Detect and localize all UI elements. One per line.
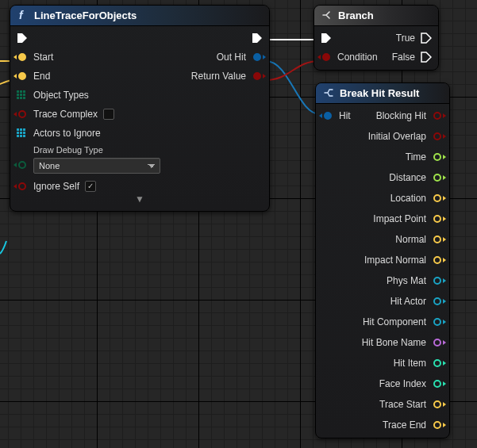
pin-label: Location	[390, 193, 426, 204]
array-pin-icon	[17, 90, 28, 100]
checkbox-unchecked[interactable]	[103, 109, 114, 120]
pin-label: Object Types	[33, 90, 89, 101]
enum-pin-icon	[17, 159, 28, 170]
pin-label: Blocking Hit	[376, 110, 426, 121]
pin-impact-point[interactable]: Impact Point	[373, 212, 443, 225]
node-title: LineTraceForObjects	[34, 10, 137, 21]
checkbox-checked[interactable]: ✓	[85, 181, 96, 192]
int-pin-icon	[432, 378, 443, 389]
array-pin-icon	[17, 128, 28, 138]
pin-label: Hit Bone Name	[362, 337, 426, 348]
pin-label: Trace End	[383, 419, 426, 431]
pin-ignore-self[interactable]: Ignore Self ✓	[17, 179, 96, 193]
pin-draw-debug-type[interactable]: Draw Debug Type None	[17, 145, 160, 174]
pin-label: Face Index	[379, 378, 426, 389]
float-pin-icon	[432, 172, 443, 183]
pin-actors-to-ignore[interactable]: Actors to Ignore	[17, 126, 101, 140]
vector-pin-icon	[432, 255, 443, 266]
pin-label: End	[33, 71, 50, 82]
node-title: Break Hit Result	[340, 87, 419, 99]
pin-label: Impact Point	[373, 213, 426, 224]
exec-out-icon	[421, 52, 432, 63]
pin-initial-overlap[interactable]: Initial Overlap	[368, 129, 443, 143]
pin-hit[interactable]: Hit	[322, 109, 351, 122]
pin-hit-bone-name[interactable]: Hit Bone Name	[362, 335, 443, 349]
pin-label: Phys Mat	[387, 275, 426, 286]
pin-label: Time	[406, 151, 426, 163]
function-icon: f	[17, 9, 29, 21]
pin-phys-mat[interactable]: Phys Mat	[387, 274, 443, 287]
pin-hit-component[interactable]: Hit Component	[363, 315, 443, 328]
node-title: Branch	[338, 10, 374, 21]
bool-pin-icon	[432, 131, 443, 142]
vector-pin-icon	[432, 193, 443, 204]
node-linetraceforobjects[interactable]: f LineTraceForObjects Start End	[10, 5, 270, 212]
pin-time[interactable]: Time	[406, 150, 443, 163]
pin-label: Initial Overlap	[368, 131, 426, 142]
pin-object-types[interactable]: Object Types	[17, 88, 89, 101]
pin-false[interactable]: False	[392, 50, 432, 63]
bool-pin-icon	[252, 71, 263, 82]
pin-location[interactable]: Location	[390, 191, 443, 205]
vector-pin-icon	[17, 52, 28, 63]
exec-in-icon	[17, 33, 28, 44]
draw-debug-type-select[interactable]: None	[33, 158, 160, 174]
branch-icon	[321, 9, 333, 21]
pin-hit-actor[interactable]: Hit Actor	[390, 294, 443, 308]
pin-trace-end[interactable]: Trace End	[383, 418, 443, 431]
node-branch[interactable]: Branch Condition True	[314, 5, 439, 71]
bool-pin-icon	[321, 52, 332, 63]
pin-label: Draw Debug Type	[33, 145, 160, 155]
vector-pin-icon	[432, 419, 443, 431]
pin-label: False	[392, 52, 415, 63]
vector-pin-icon	[432, 399, 443, 410]
pin-label: True	[396, 33, 415, 44]
pin-label: Trace Complex	[33, 109, 98, 120]
node-header[interactable]: Break Hit Result	[316, 83, 449, 104]
pin-label: Distance	[389, 172, 426, 183]
pin-label: Hit Item	[394, 358, 426, 369]
pin-label: Actors to Ignore	[33, 128, 101, 139]
pin-end[interactable]: End	[17, 69, 50, 82]
pin-true[interactable]: True	[396, 31, 432, 44]
node-header[interactable]: f LineTraceForObjects	[10, 6, 269, 26]
pin-trace-start[interactable]: Trace Start	[379, 397, 443, 411]
vector-pin-icon	[432, 234, 443, 245]
pin-label: Hit	[339, 110, 351, 121]
pin-exec-in[interactable]	[321, 31, 332, 44]
struct-pin-icon	[322, 110, 333, 121]
int-pin-icon	[432, 358, 443, 369]
pin-hit-item[interactable]: Hit Item	[394, 356, 443, 370]
pin-return-value[interactable]: Return Value	[191, 69, 263, 82]
pin-blocking-hit[interactable]: Blocking Hit	[376, 109, 443, 122]
exec-out-icon	[421, 33, 432, 44]
pin-label: Return Value	[191, 71, 246, 82]
pin-label: Out Hit	[217, 52, 246, 63]
pin-label: Trace Start	[379, 399, 426, 410]
float-pin-icon	[432, 151, 443, 163]
pin-label: Ignore Self	[33, 181, 79, 192]
pin-impact-normal[interactable]: Impact Normal	[364, 253, 443, 266]
pin-label: Hit Actor	[390, 296, 426, 307]
bool-pin-icon	[432, 110, 443, 121]
pin-label: Start	[33, 52, 53, 63]
pin-exec-out[interactable]	[252, 31, 263, 44]
pin-face-index[interactable]: Face Index	[379, 377, 443, 390]
vector-pin-icon	[432, 213, 443, 224]
pin-label: Hit Component	[363, 316, 426, 327]
name-pin-icon	[432, 337, 443, 348]
node-break-hit-result[interactable]: Break Hit Result Hit Blocking Hit Initia…	[315, 82, 450, 438]
pin-exec-in[interactable]	[17, 31, 28, 44]
pin-trace-complex[interactable]: Trace Complex	[17, 107, 114, 121]
object-pin-icon	[432, 316, 443, 327]
pin-distance[interactable]: Distance	[389, 170, 443, 184]
pin-start[interactable]: Start	[17, 50, 53, 63]
exec-in-icon	[321, 33, 332, 44]
pin-normal[interactable]: Normal	[395, 232, 443, 246]
object-pin-icon	[432, 275, 443, 286]
node-header[interactable]: Branch	[314, 6, 438, 26]
pin-out-hit[interactable]: Out Hit	[217, 50, 263, 63]
break-struct-icon	[322, 86, 335, 99]
pin-condition[interactable]: Condition	[321, 50, 378, 63]
expand-node-icon[interactable]: ▼	[17, 193, 263, 205]
